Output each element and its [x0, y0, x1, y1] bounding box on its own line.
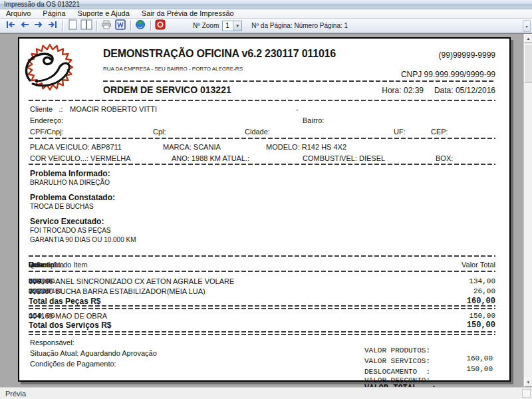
separator-line [29, 164, 495, 165]
window-title: Impressão da OS 013221 [4, 1, 80, 8]
table-header-row: Referencia Descrição do Item uni Valor Q… [29, 261, 495, 270]
close-preview-button[interactable] [154, 20, 167, 32]
scroll-down-button[interactable]: ▼ [524, 378, 532, 387]
client-label: Cliente .: [30, 105, 63, 113]
totals-row: VALOR SERVICOS: 150,00 [364, 349, 493, 358]
parts-total-value: 160,00 [467, 297, 495, 306]
status-label: Situação Atual: Aguardando Aprovação [30, 349, 157, 357]
problem-reported-label: Problema Informado: [30, 169, 110, 178]
service-done-line2: GARANTIA 90 DIAS OU 10.000 KM [30, 236, 136, 243]
services-total-label: Total dos Serviços R$ [29, 321, 111, 330]
col-desconto: Desc. [29, 261, 47, 269]
separator-line [29, 308, 495, 309]
first-page-button[interactable] [4, 20, 17, 32]
chevron-down-icon[interactable]: ▼ [233, 21, 241, 31]
table-row: 3843237181 002380-BUCHA BARRA ESTABILIZA… [29, 287, 495, 297]
city-label: Cidade: [245, 128, 270, 136]
cep-label: CEP: [431, 128, 448, 136]
service-total: 150,00 [469, 312, 495, 320]
next-page-button[interactable] [32, 20, 45, 32]
menu-pagina[interactable]: Página [37, 9, 71, 19]
first-page-icon [5, 20, 16, 32]
stop-icon [155, 19, 166, 33]
statusbar-grip [522, 389, 531, 398]
scrollbar-thumb[interactable] [524, 44, 532, 82]
vehicle-box: BOX: [436, 154, 453, 162]
client-dash: - [296, 105, 299, 113]
menu-sair-previa[interactable]: Sair da Prévia de Impressão [136, 9, 240, 19]
zoom-select[interactable]: 1 ▼ [222, 21, 242, 31]
menubar: Arquivo Página Suporte e Ajuda Sair da P… [0, 9, 532, 19]
col-valor-total: Valor Total [462, 261, 495, 269]
document-content: DEMONSTRAÇÃO OFICINA v6.2 230117 011016 … [29, 39, 495, 380]
cpf-label: CPF/Cnpj: [30, 128, 64, 136]
table-row: 3361096 000366-ANEL SINCRONIZADO CX AETO… [29, 277, 495, 287]
separator-line [29, 334, 495, 335]
toolbar-separator [63, 21, 63, 31]
grand-total-row: VALOR TOTAL : 310,00 [364, 374, 493, 384]
toolbar-overflow-button[interactable]: ▾ [523, 20, 531, 32]
toolbar-separator [96, 21, 97, 31]
service-done-line1: FOI TROCADO AS PEÇAS [30, 227, 111, 234]
table-row: 004161-MAO DE OBRA 150,00 1,0 150,00 [29, 312, 495, 321]
uf-label: UF: [394, 128, 406, 136]
export-html-button[interactable] [134, 20, 147, 32]
menu-suporte-ajuda[interactable]: Suporte e Ajuda [72, 9, 136, 19]
cpl-label: Cpl: [153, 128, 166, 136]
single-page-view-button[interactable] [66, 20, 79, 32]
toolbar-separator [150, 21, 151, 31]
responsible-label: Responsável: [30, 338, 74, 346]
prev-page-button[interactable] [18, 20, 31, 32]
printer-icon [101, 20, 112, 32]
totals-row: DESLOCAMENTO : [364, 360, 493, 369]
window-titlebar[interactable]: Impressão da OS 013221 [0, 0, 532, 9]
separator-line [29, 305, 495, 307]
vertical-scrollbar[interactable]: ▲ ▼ [523, 34, 532, 387]
print-button[interactable] [100, 20, 113, 32]
separator-line [29, 138, 495, 139]
service-done-label: Servico Executado: [30, 217, 104, 226]
menu-arquivo[interactable]: Arquivo [0, 9, 37, 19]
company-address: RUA DA EMPRESA - SEU BAIRRO - PORTO ALEG… [103, 66, 243, 72]
document-page: DEMONSTRAÇÃO OFICINA v6.2 230117 011016 … [18, 37, 511, 382]
totals-row: VALOR PRODUTOS: 160,00 [364, 338, 493, 348]
item-desc: 002380-BUCHA BARRA ESTABILIZADOR(MEIA LU… [29, 287, 205, 295]
order-time: Hora: 02:39 [382, 86, 424, 95]
toolbar-separator [130, 21, 131, 31]
toolbar: Nº Zoom 1 ▼ Nº da Página: Número Página:… [0, 19, 532, 33]
separator-line [29, 271, 495, 272]
item-qty: 1,0 [29, 277, 42, 285]
zoom-value: 1 [223, 22, 233, 29]
two-page-view-button[interactable] [80, 20, 93, 32]
vehicle-model: MODELO: R142 HS 4X2 [266, 143, 346, 151]
problem-found-text: TROCA DE BUCHAS [30, 203, 94, 210]
separator-line [103, 80, 495, 82]
problem-found-label: Problema Constatado: [30, 193, 115, 202]
item-total: 26,00 [473, 287, 495, 295]
globe-icon [135, 19, 146, 33]
separator-line [29, 331, 495, 332]
export-word-button[interactable] [114, 20, 127, 32]
last-page-button[interactable] [46, 20, 59, 32]
scroll-up-button[interactable]: ▲ [524, 34, 532, 43]
zoom-label: Nº Zoom [193, 22, 219, 29]
item-total: 134,00 [469, 277, 495, 285]
prev-page-icon [19, 20, 30, 32]
vehicle-year-km: ANO: 1988 KM ATUAL.: [172, 154, 249, 162]
parts-total-row: Total das Peças R$ 160,00 [29, 297, 495, 306]
vehicle-brand: MARCA: SCANIA [163, 143, 221, 151]
word-icon [115, 19, 126, 33]
app-window: { "window": { "title": "Impressão da OS … [0, 0, 532, 399]
single-page-icon [68, 19, 77, 33]
parts-total-label: Total das Peças R$ [29, 297, 101, 306]
preview-area: DEMONSTRAÇÃO OFICINA v6.2 230117 011016 … [0, 33, 532, 387]
separator-line [29, 100, 495, 101]
client-name: MOACIR ROBERTO VITTI [70, 105, 157, 113]
order-title: ORDEM DE SERVICO 013221 [103, 84, 231, 95]
problem-reported-text: BRARULHO NA DIREÇÃO [30, 179, 110, 186]
address-label: Endereço: [30, 116, 63, 124]
payment-terms-label: Condições de Pagamento: [30, 360, 116, 368]
item-desc: 000366-ANEL SINCRONIZADO CX AETON AGRALE… [29, 277, 234, 285]
page-number-info: Nº da Página: Número Página: 1 [251, 22, 348, 29]
separator-line [29, 255, 495, 257]
